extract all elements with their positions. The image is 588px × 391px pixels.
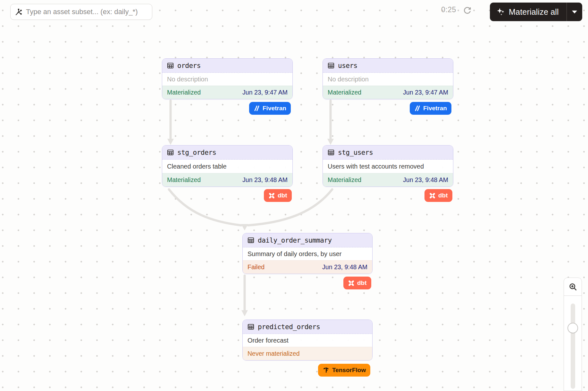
asset-description: Cleaned orders table bbox=[162, 160, 292, 173]
asset-title: daily_order_summary bbox=[258, 237, 332, 244]
fivetran-badge[interactable]: Fivetran bbox=[249, 102, 291, 115]
dbt-icon bbox=[348, 280, 355, 287]
asset-title: stg_users bbox=[338, 149, 373, 156]
materialization-timestamp[interactable]: Jun 23, 9:48 AM bbox=[242, 176, 288, 184]
zoom-in-button[interactable] bbox=[564, 278, 582, 296]
tensorflow-icon bbox=[323, 367, 330, 374]
status-badge: Materialized bbox=[328, 176, 361, 184]
fivetran-icon bbox=[414, 105, 421, 112]
materialization-timestamp[interactable]: Jun 23, 9:47 AM bbox=[242, 89, 288, 96]
asset-title: users bbox=[338, 62, 357, 70]
asset-search-input[interactable] bbox=[26, 8, 148, 16]
badge-label: dbt bbox=[438, 192, 448, 199]
badge-label: dbt bbox=[357, 279, 367, 287]
dbt-badge[interactable]: dbt bbox=[343, 277, 371, 289]
sparkles-icon bbox=[496, 7, 505, 16]
zoom-slider-thumb[interactable] bbox=[567, 323, 578, 333]
status-badge: Failed bbox=[248, 263, 265, 271]
table-icon bbox=[327, 62, 335, 69]
refresh-timer: 0:25 bbox=[441, 5, 456, 14]
status-badge: Materialized bbox=[167, 89, 201, 96]
materialize-options-button[interactable] bbox=[567, 3, 582, 21]
badge-label: Fivetran bbox=[263, 105, 286, 112]
asset-search-input-wrap[interactable] bbox=[10, 4, 152, 20]
dbt-icon bbox=[268, 192, 275, 199]
asset-node-orders[interactable]: orders No description Materialized Jun 2… bbox=[162, 58, 293, 99]
materialize-all-label: Materialize all bbox=[509, 7, 559, 17]
lineage-canvas[interactable]: 0:25 Materialize all orders No bbox=[0, 0, 588, 391]
table-icon bbox=[167, 149, 174, 156]
asset-node-daily-order-summary[interactable]: daily_order_summary Summary of daily ord… bbox=[242, 233, 373, 274]
zoom-in-icon bbox=[568, 282, 577, 291]
chevron-down-icon bbox=[572, 11, 577, 13]
status-badge: Materialized bbox=[167, 176, 201, 184]
table-icon bbox=[247, 323, 255, 330]
dbt-badge[interactable]: dbt bbox=[424, 189, 452, 202]
zoom-control[interactable] bbox=[564, 278, 582, 391]
asset-description: Order forecast bbox=[243, 334, 372, 347]
table-icon bbox=[167, 62, 174, 69]
asset-node-stg-users[interactable]: stg_users Users with test accounts remov… bbox=[323, 145, 453, 187]
asset-title: orders bbox=[177, 62, 201, 70]
materialization-timestamp[interactable]: Jun 23, 9:48 AM bbox=[322, 263, 367, 271]
asset-description: No description bbox=[162, 73, 292, 86]
zoom-slider-track[interactable] bbox=[571, 304, 575, 389]
materialize-all-button[interactable]: Materialize all bbox=[490, 3, 582, 21]
asset-node-predicted-orders[interactable]: predicted_orders Order forecast Never ma… bbox=[242, 320, 373, 361]
status-badge: Never materialized bbox=[248, 350, 300, 357]
materialization-timestamp[interactable]: Jun 23, 9:47 AM bbox=[403, 89, 448, 96]
asset-title: predicted_orders bbox=[258, 323, 320, 331]
table-icon bbox=[327, 149, 335, 156]
asset-description: No description bbox=[323, 73, 453, 86]
status-badge: Materialized bbox=[328, 89, 361, 96]
fivetran-badge[interactable]: Fivetran bbox=[410, 102, 451, 115]
asset-node-stg-orders[interactable]: stg_orders Cleaned orders table Material… bbox=[162, 145, 293, 187]
asset-graph-icon bbox=[14, 8, 23, 16]
badge-label: Fivetran bbox=[423, 105, 447, 112]
asset-description: Summary of daily orders, by user bbox=[243, 247, 372, 260]
table-icon bbox=[247, 237, 255, 244]
badge-label: dbt bbox=[278, 192, 287, 199]
asset-description: Users with test accounts removed bbox=[323, 160, 453, 173]
asset-node-users[interactable]: users No description Materialized Jun 23… bbox=[323, 58, 453, 99]
tensorflow-badge[interactable]: TensorFlow bbox=[318, 364, 370, 377]
badge-label: TensorFlow bbox=[332, 367, 366, 374]
fivetran-icon bbox=[254, 105, 260, 112]
asset-title: stg_orders bbox=[177, 149, 216, 156]
dbt-badge[interactable]: dbt bbox=[264, 189, 292, 202]
dbt-icon bbox=[429, 192, 436, 199]
refresh-icon[interactable] bbox=[463, 6, 472, 16]
materialization-timestamp[interactable]: Jun 23, 9:48 AM bbox=[403, 176, 448, 184]
